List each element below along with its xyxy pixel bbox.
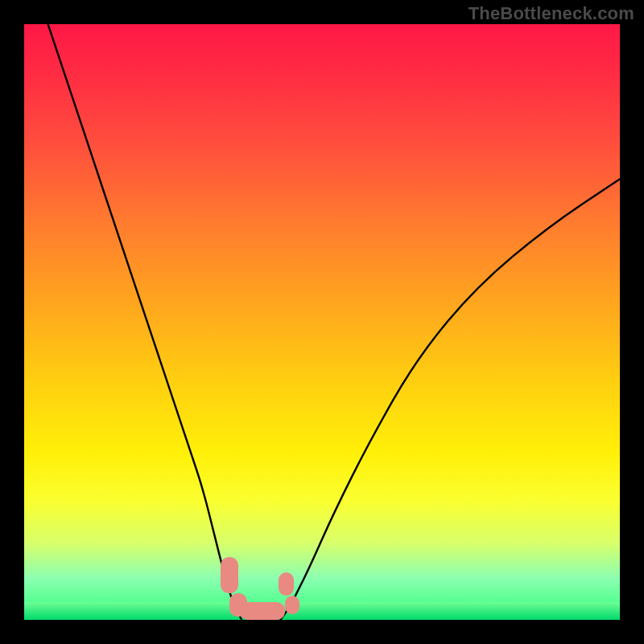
curve-right-path — [280, 179, 620, 620]
curve-left-path — [48, 24, 242, 620]
watermark-text: TheBottleneck.com — [469, 3, 634, 24]
curve-layer — [24, 24, 620, 620]
right-blob-upper — [279, 572, 294, 597]
plot-area — [24, 24, 620, 620]
chart-frame: TheBottleneck.com — [0, 0, 644, 644]
left-blob-lower — [229, 593, 247, 617]
left-blob-upper — [221, 557, 238, 592]
right-blob-lower — [285, 596, 300, 613]
